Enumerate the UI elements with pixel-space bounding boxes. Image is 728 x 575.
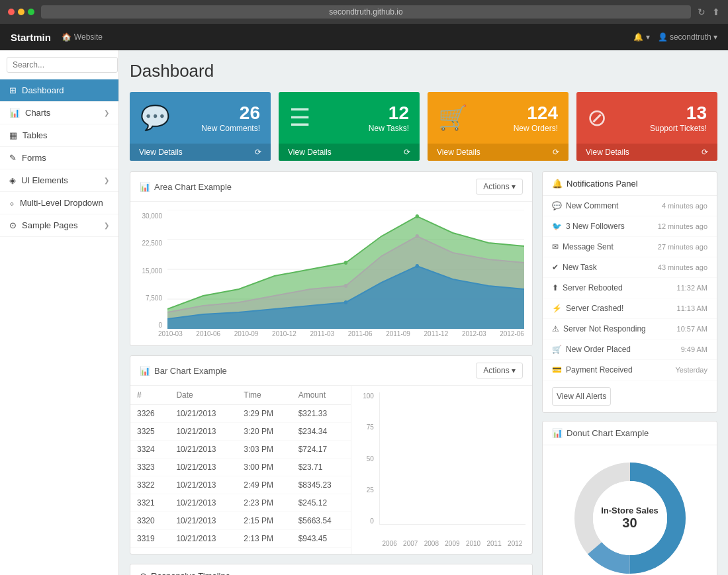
orders-footer[interactable]: View Details ⟳ [428, 144, 569, 161]
donut-center-text: In-Store Sales 30 [601, 506, 659, 531]
tasks-label: New Tasks! [369, 124, 409, 133]
cell-date: 10/21/2013 [169, 441, 237, 459]
x-label-2010-06: 2010-06 [196, 330, 220, 337]
svg-point-12 [344, 300, 347, 304]
chevron-right-icon-3: ❯ [104, 222, 109, 229]
website-link[interactable]: 🏠 Website [62, 32, 103, 42]
y-label-15000: 15,000 [138, 267, 162, 275]
stat-card-tickets: ⊘ 13 Support Tickets! View Details ⟳ [576, 92, 717, 161]
tickets-number: 13 [650, 103, 707, 124]
comments-footer[interactable]: View Details ⟳ [130, 144, 271, 161]
bar-chart-header: 📊 Bar Chart Example Actions ▾ [130, 356, 532, 386]
bar-chart-actions[interactable]: Actions ▾ [476, 363, 523, 378]
bell-icon[interactable]: 🔔 ▾ [633, 32, 649, 42]
x-label-2011-03: 2011-03 [310, 330, 334, 337]
svg-point-9 [416, 214, 419, 218]
chevron-right-icon-2: ❯ [104, 177, 109, 184]
bar-y-25: 25 [358, 486, 374, 494]
notif-time: Yesterday [675, 366, 707, 374]
notif-time: 9:49 AM [681, 345, 707, 353]
url-bar[interactable]: secondtruth.github.io [41, 5, 691, 19]
user-icon: 👤 [658, 32, 668, 42]
cell-date: 10/21/2013 [169, 512, 237, 530]
notification-item: 💬 New Comment 4 minutes ago [543, 196, 717, 216]
notifications-panel: 🔔 Notifications Panel 💬 New Comment 4 mi… [542, 171, 717, 413]
cell-date: 10/21/2013 [169, 530, 237, 548]
stats-row: 💬 26 New Comments! View Details ⟳ ☰ 12 [130, 92, 717, 161]
notif-label: New Task [563, 263, 597, 272]
notif-time: 43 minutes ago [658, 263, 707, 271]
cell-amount: $724.17 [292, 441, 351, 459]
cell-date: 10/21/2013 [169, 423, 237, 441]
sidebar-item-dashboard[interactable]: ⊞ Dashboard [0, 79, 118, 102]
comments-icon: 💬 [140, 104, 170, 132]
stat-card-orders: 🛒 124 New Orders! View Details ⟳ [428, 92, 569, 161]
notif-icon: ⬆ [552, 283, 559, 292]
timeline-title: Responsive Timeline [151, 571, 230, 575]
cell-time: 3:00 PM [237, 459, 291, 476]
maximize-dot[interactable] [28, 9, 34, 15]
x-label-2012-03: 2012-03 [462, 330, 486, 337]
bar-x-2009: 2009 [445, 540, 459, 547]
sidebar-item-tables[interactable]: ▦ Tables [0, 124, 118, 147]
bar-icon: 📊 [140, 366, 150, 376]
tasks-number: 12 [369, 103, 409, 124]
cell-time: 3:29 PM [237, 405, 291, 423]
area-chart-actions[interactable]: Actions ▾ [476, 179, 523, 195]
main-content: Dashboard 💬 26 New Comments! View Detail… [119, 50, 728, 575]
area-chart-panel: 📊 Area Chart Example Actions ▾ 30,000 22… [130, 171, 533, 346]
comments-number: 26 [201, 103, 260, 124]
notifications-title: Notifications Panel [567, 179, 638, 189]
x-axis-labels: 2010-03 2010-06 2010-09 2010-12 2011-03 … [138, 329, 524, 337]
cell-time: 2:23 PM [237, 494, 291, 512]
notif-time: 27 minutes ago [658, 243, 707, 251]
stat-card-tasks: ☰ 12 New Tasks! View Details ⟳ [279, 92, 420, 161]
tickets-footer[interactable]: View Details ⟳ [576, 144, 717, 161]
content-main: 📊 Area Chart Example Actions ▾ 30,000 22… [130, 171, 533, 575]
notification-item: ⬆ Server Rebooted 11:32 AM [543, 278, 717, 298]
orders-table: # Date Time Amount 3326 10/21/2013 3:29 … [130, 386, 351, 548]
cell-date: 10/21/2013 [169, 405, 237, 423]
minimize-dot[interactable] [18, 9, 24, 15]
cell-amount: $5663.54 [292, 512, 351, 530]
tables-icon: ▦ [9, 130, 17, 140]
view-all-alerts-button[interactable]: View All Alerts [552, 387, 611, 406]
cell-amount: $8345.23 [292, 476, 351, 494]
sidebar-item-charts[interactable]: 📊 Charts ❯ [0, 102, 118, 124]
cell-amount: $23.71 [292, 459, 351, 476]
notification-item: 🐦 3 New Followers 12 minutes ago [543, 216, 717, 237]
notif-label: Server Not Responding [563, 324, 646, 333]
notif-label: Message Sent [563, 242, 614, 251]
table-row: 3319 10/21/2013 2:13 PM $943.45 [130, 530, 351, 548]
share-icon[interactable]: ⬆ [712, 7, 720, 17]
sidebar: 🔍 ⊞ Dashboard 📊 Charts ❯ ▦ Tables [0, 50, 119, 575]
browser-chrome: secondtruth.github.io ↻ ⬆ [0, 0, 728, 24]
area-chart-body: 30,000 22,500 15,000 7,500 0 [130, 202, 532, 345]
timeline-icon: ⊙ [140, 571, 147, 575]
close-dot[interactable] [8, 9, 15, 15]
refresh-icon[interactable]: ↻ [698, 7, 705, 17]
cell-id: 3322 [130, 476, 169, 494]
sidebar-item-multilevel[interactable]: ⬦ Multi-Level Dropdown [0, 192, 118, 214]
user-menu[interactable]: 👤 secondtruth ▾ [658, 32, 717, 42]
ui-elements-icon: ◈ [9, 175, 16, 185]
notification-item: ✔ New Task 43 minutes ago [543, 257, 717, 278]
notif-icon: 💳 [552, 365, 562, 375]
notif-time: 4 minutes ago [662, 202, 707, 210]
cell-id: 3325 [130, 423, 169, 441]
tasks-footer[interactable]: View Details ⟳ [279, 144, 420, 161]
timeline-header: ⊙ Responsive Timeline [130, 564, 532, 575]
sidebar-label-tables: Tables [23, 130, 48, 140]
sidebar-item-sample-pages[interactable]: ⊙ Sample Pages ❯ [0, 214, 118, 237]
bar-x-2008: 2008 [424, 540, 439, 547]
tasks-arrow-icon: ⟳ [404, 148, 410, 157]
sidebar-item-forms[interactable]: ✎ Forms [0, 147, 118, 169]
notif-label: 3 New Followers [566, 222, 625, 231]
bar-chart-title: Bar Chart Example [154, 366, 227, 376]
notif-time: 11:13 AM [677, 304, 707, 312]
notif-icon: 🐦 [552, 222, 562, 231]
bar-y-0: 0 [358, 517, 374, 525]
x-label-2011-06: 2011-06 [348, 330, 373, 337]
sidebar-item-ui-elements[interactable]: ◈ UI Elements ❯ [0, 169, 118, 192]
search-input[interactable] [7, 57, 118, 73]
